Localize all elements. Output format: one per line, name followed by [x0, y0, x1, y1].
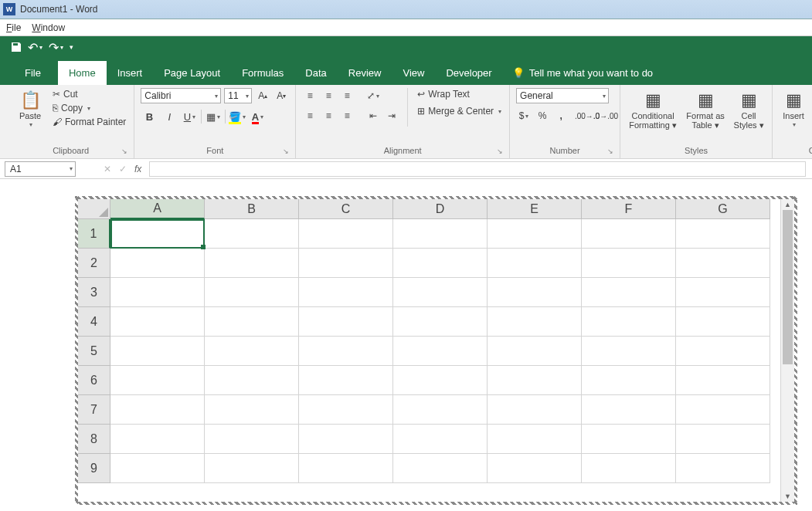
cell[interactable]: [299, 425, 393, 454]
cell[interactable]: [393, 249, 488, 278]
cell[interactable]: [393, 307, 488, 337]
number-launcher-icon[interactable]: ↘: [607, 147, 613, 155]
cell[interactable]: [205, 307, 299, 337]
save-icon[interactable]: [11, 42, 22, 52]
cell[interactable]: [205, 395, 299, 425]
cell[interactable]: [393, 337, 488, 366]
copy-button[interactable]: ⎘Copy▾: [51, 102, 127, 114]
cell[interactable]: [393, 425, 488, 454]
cell[interactable]: [582, 395, 676, 425]
align-left-icon[interactable]: ≡: [302, 108, 318, 124]
embedded-object-frame[interactable]: A B C D E F G 1 2 3 4 5 6 7 8 9: [75, 196, 797, 505]
wrap-text-button[interactable]: ↩Wrap Text: [416, 88, 503, 100]
cell[interactable]: [676, 337, 770, 366]
vertical-scrollbar[interactable]: ▲ ▼: [780, 199, 794, 502]
cell[interactable]: [110, 278, 205, 307]
tab-view[interactable]: View: [392, 61, 435, 85]
format-painter-button[interactable]: 🖌Format Painter: [51, 116, 127, 128]
cell[interactable]: [205, 366, 299, 395]
name-box[interactable]: A1▾: [5, 161, 76, 177]
alignment-launcher-icon[interactable]: ↘: [497, 147, 503, 155]
cut-button[interactable]: ✂Cut: [51, 88, 127, 100]
cell[interactable]: [393, 395, 488, 425]
cell[interactable]: [582, 337, 676, 366]
borders-button[interactable]: ▦▾: [205, 108, 222, 125]
increase-font-icon[interactable]: A▴: [255, 88, 270, 103]
tab-data[interactable]: Data: [294, 61, 337, 85]
cell[interactable]: [488, 366, 582, 395]
scroll-up-icon[interactable]: ▲: [781, 199, 794, 210]
tab-review[interactable]: Review: [338, 61, 392, 85]
cell[interactable]: [676, 425, 770, 454]
cell[interactable]: [582, 249, 676, 278]
col-header-g[interactable]: G: [676, 199, 770, 219]
tab-page-layout[interactable]: Page Layout: [153, 61, 231, 85]
col-header-f[interactable]: F: [582, 199, 676, 219]
cell[interactable]: [110, 249, 205, 278]
row-header-8[interactable]: 8: [78, 425, 110, 454]
cell[interactable]: [676, 395, 770, 425]
cell[interactable]: [393, 278, 488, 307]
cell-styles-button[interactable]: ▦Cell Styles ▾: [732, 88, 766, 130]
qat-customize-icon[interactable]: ▾: [70, 43, 73, 51]
cell[interactable]: [110, 366, 205, 395]
increase-indent-icon[interactable]: ⇥: [384, 108, 399, 124]
font-launcher-icon[interactable]: ↘: [283, 147, 289, 155]
row-header-9[interactable]: 9: [78, 454, 110, 483]
cell[interactable]: [582, 278, 676, 307]
cell[interactable]: [676, 249, 770, 278]
format-as-table-button[interactable]: ▦Format as Table ▾: [684, 88, 727, 130]
col-header-b[interactable]: B: [205, 199, 299, 219]
cell[interactable]: [676, 454, 770, 483]
underline-button[interactable]: U▾: [181, 108, 198, 125]
align-center-icon[interactable]: ≡: [321, 108, 336, 124]
row-header-1[interactable]: 1: [78, 219, 110, 249]
redo-icon[interactable]: ↷▾: [49, 40, 63, 55]
cell[interactable]: [299, 337, 393, 366]
decrease-indent-icon[interactable]: ⇤: [365, 108, 381, 124]
align-middle-icon[interactable]: ≡: [321, 88, 336, 103]
menu-window[interactable]: Window: [32, 22, 65, 33]
cell[interactable]: [676, 278, 770, 307]
cell[interactable]: [205, 454, 299, 483]
cell[interactable]: [582, 219, 676, 249]
cell[interactable]: [110, 307, 205, 337]
comma-format-icon[interactable]: ,: [553, 108, 569, 124]
cell[interactable]: [205, 425, 299, 454]
tab-file[interactable]: File: [8, 61, 58, 85]
conditional-formatting-button[interactable]: ▦Conditional Formatting ▾: [627, 88, 679, 130]
cell[interactable]: [299, 249, 393, 278]
col-header-a[interactable]: A: [110, 199, 205, 219]
tell-me-search[interactable]: 💡 Tell me what you want to do: [512, 67, 653, 85]
cell[interactable]: [582, 307, 676, 337]
cell[interactable]: [205, 219, 299, 249]
paste-button[interactable]: 📋 Paste ▾: [14, 88, 46, 129]
cell[interactable]: [582, 425, 676, 454]
insert-function-icon[interactable]: fx: [134, 164, 141, 174]
cell[interactable]: [488, 395, 582, 425]
fill-color-button[interactable]: 🪣▾: [229, 108, 246, 125]
italic-button[interactable]: I: [161, 108, 178, 125]
col-header-e[interactable]: E: [488, 199, 582, 219]
merge-center-button[interactable]: ⊞Merge & Center▾: [416, 105, 503, 117]
cell[interactable]: [299, 307, 393, 337]
cell[interactable]: [488, 307, 582, 337]
col-header-c[interactable]: C: [299, 199, 393, 219]
undo-icon[interactable]: ↶▾: [28, 40, 42, 55]
accounting-format-icon[interactable]: $▾: [516, 108, 532, 124]
cell[interactable]: [676, 366, 770, 395]
cell[interactable]: [676, 307, 770, 337]
orientation-icon[interactable]: ⤢▾: [365, 88, 381, 103]
cell[interactable]: [205, 249, 299, 278]
cell[interactable]: [488, 249, 582, 278]
decrease-font-icon[interactable]: A▾: [273, 88, 289, 103]
tab-insert[interactable]: Insert: [107, 61, 154, 85]
scrollbar-thumb[interactable]: [783, 210, 793, 364]
row-header-4[interactable]: 4: [78, 307, 110, 337]
cell[interactable]: [299, 278, 393, 307]
tab-home[interactable]: Home: [58, 61, 107, 85]
cell[interactable]: [205, 278, 299, 307]
align-top-icon[interactable]: ≡: [302, 88, 318, 103]
row-header-6[interactable]: 6: [78, 366, 110, 395]
cell[interactable]: [488, 278, 582, 307]
